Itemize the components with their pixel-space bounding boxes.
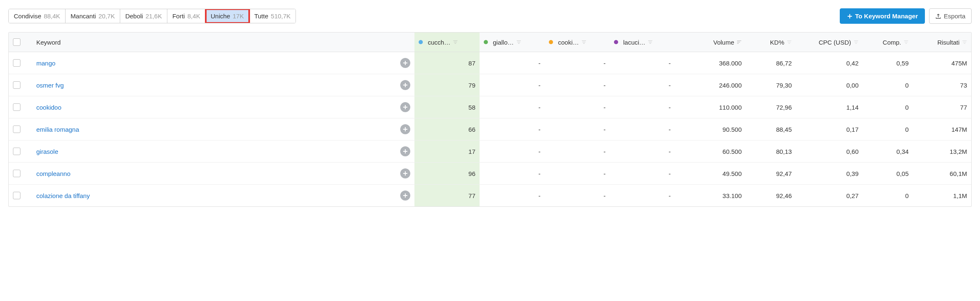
results-cell: 13,2M (913, 140, 971, 162)
tab-count: 20,7K (99, 13, 115, 20)
competitor-3-cell: - (545, 118, 610, 140)
plus-icon (403, 149, 408, 154)
keyword-link[interactable]: mango (36, 60, 56, 67)
tab-deboli[interactable]: Deboli21,6K (120, 9, 167, 23)
row-checkbox[interactable] (13, 81, 20, 89)
competitor-2-cell: - (480, 74, 545, 96)
tab-tutte[interactable]: Tutte510,7K (249, 9, 296, 23)
keyword-link[interactable]: cookidoo (36, 104, 61, 111)
keyword-cell: cookidoo (32, 96, 391, 118)
header-volume[interactable]: Volume (675, 33, 746, 52)
row-checkbox[interactable] (13, 125, 20, 133)
row-checkbox[interactable] (13, 103, 20, 111)
export-button[interactable]: Esporta (929, 8, 972, 24)
volume-cell: 368.000 (675, 52, 746, 74)
keyword-link[interactable]: emilia romagna (36, 126, 79, 133)
add-keyword-button[interactable] (400, 146, 410, 156)
row-checkbox[interactable] (13, 59, 20, 67)
plus-icon (403, 171, 408, 176)
header-competitor-3[interactable]: cooki… (545, 33, 610, 52)
row-checkbox[interactable] (13, 148, 20, 155)
competitor-2-cell: - (480, 140, 545, 162)
competitor-2-cell: - (480, 96, 545, 118)
header-competitor-4[interactable]: lacuci… (610, 33, 675, 52)
svg-rect-20 (855, 43, 857, 44)
filter-icon (904, 40, 909, 45)
add-keyword-button[interactable] (400, 191, 410, 201)
comp-cell: 0,05 (863, 163, 913, 184)
keyword-link[interactable]: colazione da tiffany (36, 192, 90, 199)
row-checkbox[interactable] (13, 192, 20, 199)
competitor-2-cell: - (480, 185, 545, 206)
plus-icon (403, 105, 408, 110)
results-cell: 73 (913, 74, 971, 96)
svg-rect-23 (905, 43, 907, 44)
plus-icon (847, 13, 853, 19)
tab-forti[interactable]: Forti8,4K (167, 9, 206, 23)
comp-cell: 0,34 (863, 140, 913, 162)
competitor-4-cell: - (610, 74, 675, 96)
volume-cell: 49.500 (675, 163, 746, 184)
row-checkbox-cell (9, 185, 32, 206)
competitor-3-cell: - (545, 163, 610, 184)
keyword-link[interactable]: girasole (36, 148, 58, 155)
add-cell (391, 140, 414, 162)
svg-rect-9 (648, 40, 652, 41)
add-cell (391, 185, 414, 206)
add-keyword-button[interactable] (400, 102, 410, 112)
add-cell (391, 74, 414, 96)
competitor-3-cell: - (545, 96, 610, 118)
keyword-link[interactable]: compleanno (36, 170, 71, 177)
tab-label: Forti (172, 13, 185, 20)
tab-mancanti[interactable]: Mancanti20,7K (66, 9, 120, 23)
keyword-cell: emilia romagna (32, 118, 391, 140)
header-competitor-2[interactable]: giallo… (480, 33, 545, 52)
add-keyword-button[interactable] (400, 80, 410, 90)
select-all-checkbox[interactable] (13, 38, 20, 46)
svg-rect-4 (518, 42, 520, 42)
cpc-cell: 0,60 (796, 140, 863, 162)
svg-rect-22 (905, 42, 908, 42)
keyword-link[interactable]: osmer fvg (36, 82, 64, 89)
header-cpc[interactable]: CPC (USD) (796, 33, 863, 52)
plus-icon (403, 193, 408, 198)
cpc-cell: 0,39 (796, 163, 863, 184)
volume-cell: 110.000 (675, 96, 746, 118)
header-results[interactable]: Risultati (913, 33, 971, 52)
kd-cell: 72,96 (746, 96, 796, 118)
volume-cell: 60.500 (675, 140, 746, 162)
svg-rect-2 (455, 43, 456, 44)
kd-cell: 92,47 (746, 163, 796, 184)
add-keyword-button[interactable] (400, 58, 410, 68)
keyword-cell: colazione da tiffany (32, 185, 391, 206)
competitor-1-cell: 96 (414, 163, 480, 184)
header-comp[interactable]: Comp. (863, 33, 913, 52)
filter-icon (962, 40, 967, 45)
row-checkbox-cell (9, 140, 32, 162)
tab-label: Uniche (211, 13, 230, 20)
kd-cell: 79,30 (746, 74, 796, 96)
add-keyword-button[interactable] (400, 168, 410, 178)
tab-condivise[interactable]: Condivise88,4K (9, 9, 66, 23)
add-keyword-button[interactable] (400, 124, 410, 134)
svg-rect-12 (737, 40, 741, 41)
plus-icon (403, 127, 408, 132)
competitor-3-cell: - (545, 185, 610, 206)
dot-icon-green (484, 40, 488, 44)
keyword-cell: girasole (32, 140, 391, 162)
add-cell (391, 118, 414, 140)
header-keyword[interactable]: Keyword (32, 33, 391, 52)
add-cell (391, 163, 414, 184)
competitor-1-cell: 77 (414, 185, 480, 206)
cpc-cell: 0,00 (796, 74, 863, 96)
filter-icon (581, 40, 586, 45)
header-kd[interactable]: KD% (746, 33, 796, 52)
tab-label: Deboli (125, 13, 143, 20)
row-checkbox-cell (9, 52, 32, 74)
kd-cell: 92,46 (746, 185, 796, 206)
header-competitor-1[interactable]: cucch… (414, 33, 480, 52)
row-checkbox[interactable] (13, 170, 20, 177)
to-keyword-manager-button[interactable]: To Keyword Manager (840, 8, 925, 24)
tab-uniche[interactable]: Uniche17K (206, 9, 249, 23)
tab-count: 17K (232, 13, 244, 20)
